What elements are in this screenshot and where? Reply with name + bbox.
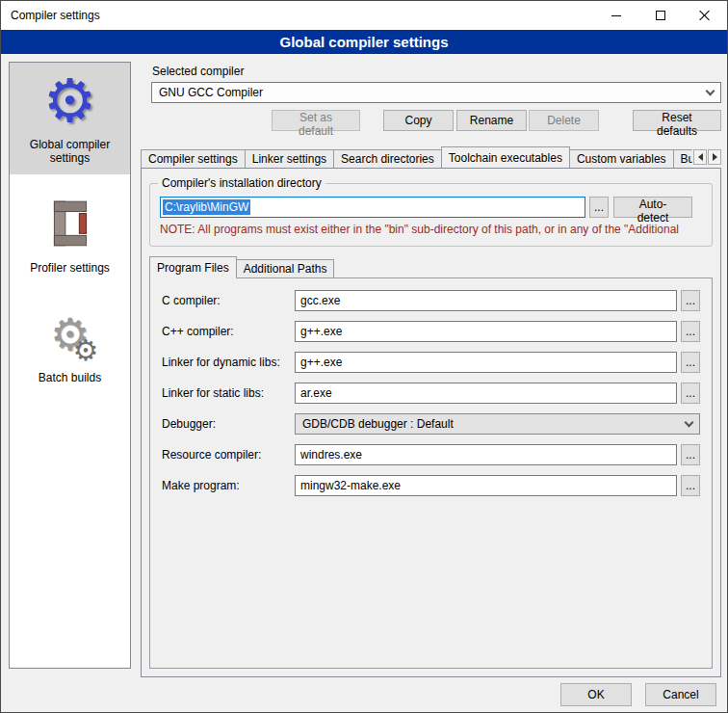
sidebar-item-batch-builds[interactable]: ⚙⚙ Batch builds (10, 296, 130, 394)
minimize-button[interactable] (594, 1, 638, 30)
maximize-icon (656, 11, 665, 20)
browse-cpp-compiler-button[interactable]: ... (681, 321, 700, 342)
compiler-settings-dialog: Compiler settings Global compiler settin… (0, 0, 728, 713)
selected-compiler-label: Selected compiler (152, 65, 244, 78)
installation-directory-input[interactable]: C:\raylib\MinGW (160, 197, 585, 218)
maximize-button[interactable] (638, 1, 683, 30)
batch-builds-icon: ⚙⚙ (39, 304, 101, 365)
program-files-tabbar: Program Files Additional Paths (149, 256, 713, 277)
chevron-down-icon (685, 418, 694, 428)
installation-directory-group-title: Compiler's installation directory (158, 176, 325, 190)
ok-button[interactable]: OK (560, 683, 632, 706)
dynamic-linker-input[interactable] (295, 352, 677, 373)
toolchain-executables-panel: Compiler's installation directory C:\ray… (141, 168, 721, 677)
browse-make-program-button[interactable]: ... (681, 475, 700, 496)
delete-button: Delete (529, 110, 599, 131)
tab-custom-variables[interactable]: Custom variables (569, 149, 674, 168)
bin-subdirectory-note: NOTE: All programs must exist either in … (160, 223, 692, 236)
arrow-left-icon (698, 153, 703, 161)
window-title: Compiler settings (1, 9, 100, 22)
row-c-compiler: C compiler: ... (162, 290, 700, 311)
rename-button[interactable]: Rename (456, 110, 527, 131)
c-compiler-input[interactable] (295, 290, 677, 311)
browse-resource-compiler-button[interactable]: ... (681, 444, 700, 465)
row-cpp-compiler: C++ compiler: ... (162, 321, 700, 342)
program-files-panel: C compiler: ... C++ compiler: ... Linker… (149, 277, 713, 669)
footer-button-row: OK Cancel (560, 683, 716, 706)
field-label: Make program: (162, 479, 295, 492)
browse-installation-directory-button[interactable]: ... (589, 197, 609, 218)
row-debugger: Debugger: GDB/CDB debugger : Default (162, 413, 700, 435)
tab-linker-settings[interactable]: Linker settings (245, 149, 334, 168)
installation-directory-group: Compiler's installation directory C:\ray… (149, 183, 713, 247)
tab-scroll-left-button[interactable] (693, 149, 707, 165)
sidebar-item-label: Profiler settings (30, 261, 110, 275)
close-button[interactable] (683, 1, 727, 30)
cpp-compiler-input[interactable] (295, 321, 677, 342)
compiler-gear-icon: ⚙ (39, 70, 101, 132)
arrow-right-icon (713, 153, 717, 161)
installation-directory-row: C:\raylib\MinGW ... Auto-detect (160, 197, 692, 218)
field-label: Resource compiler: (162, 448, 295, 462)
copy-button[interactable]: Copy (383, 110, 454, 131)
minimize-icon (611, 15, 621, 16)
sidebar-item-profiler-settings[interactable]: Profiler settings (10, 186, 130, 284)
tab-strip: Compiler settings Linker settings Search… (141, 146, 692, 168)
auto-detect-button[interactable]: Auto-detect (613, 197, 692, 218)
row-static-linker: Linker for static libs: ... (162, 383, 700, 404)
dialog-header: Global compiler settings (1, 30, 727, 54)
window-controls (594, 1, 727, 30)
tab-compiler-settings[interactable]: Compiler settings (141, 149, 246, 168)
sidebar-item-global-compiler-settings[interactable]: ⚙ Global compiler settings (10, 63, 130, 174)
field-label: Debugger: (162, 417, 295, 431)
field-label: Linker for static libs: (162, 386, 295, 400)
sidebar-item-label: Batch builds (39, 371, 101, 384)
row-resource-compiler: Resource compiler: ... (162, 444, 700, 465)
subtab-additional-paths[interactable]: Additional Paths (236, 259, 335, 277)
titlebar[interactable]: Compiler settings (1, 1, 727, 30)
debugger-select-value: GDB/CDB debugger : Default (302, 417, 454, 431)
selected-text: C:\raylib\MinGW (163, 199, 250, 215)
dialog-body: ⚙ Global compiler settings Profiler sett… (1, 54, 727, 712)
row-make-program: Make program: ... (162, 475, 700, 496)
browse-dynamic-linker-button[interactable]: ... (681, 352, 700, 373)
settings-sidebar: ⚙ Global compiler settings Profiler sett… (9, 62, 131, 669)
tab-scroll-right-button[interactable] (708, 149, 721, 165)
compiler-select-value: GNU GCC Compiler (159, 86, 263, 99)
tab-toolchain-executables[interactable]: Toolchain executables (441, 146, 570, 168)
profiler-icon (39, 194, 101, 255)
debugger-select[interactable]: GDB/CDB debugger : Default (295, 413, 700, 435)
field-label: Linker for dynamic libs: (162, 356, 295, 369)
sidebar-item-label: Global compiler settings (13, 138, 127, 165)
cancel-button[interactable]: Cancel (645, 683, 716, 706)
tab-build-options[interactable]: Buil (673, 149, 692, 168)
make-program-input[interactable] (295, 475, 677, 496)
field-label: C compiler: (162, 294, 295, 307)
browse-static-linker-button[interactable]: ... (681, 383, 700, 404)
tab-search-directories[interactable]: Search directories (333, 149, 442, 168)
browse-c-compiler-button[interactable]: ... (681, 290, 700, 311)
settings-tabbar: Compiler settings Linker settings Search… (141, 146, 721, 168)
set-as-default-button: Set as default (272, 110, 360, 131)
subtab-program-files[interactable]: Program Files (149, 256, 237, 278)
compiler-button-row: Set as default Copy Rename Delete Reset … (151, 110, 721, 131)
chevron-down-icon (706, 87, 715, 96)
resource-compiler-input[interactable] (295, 444, 677, 465)
compiler-select[interactable]: GNU GCC Compiler (151, 82, 721, 103)
field-label: C++ compiler: (162, 325, 295, 338)
row-dynamic-linker: Linker for dynamic libs: ... (162, 352, 700, 373)
close-icon (699, 10, 711, 21)
static-linker-input[interactable] (295, 383, 677, 404)
reset-defaults-button[interactable]: Reset defaults (633, 110, 721, 131)
